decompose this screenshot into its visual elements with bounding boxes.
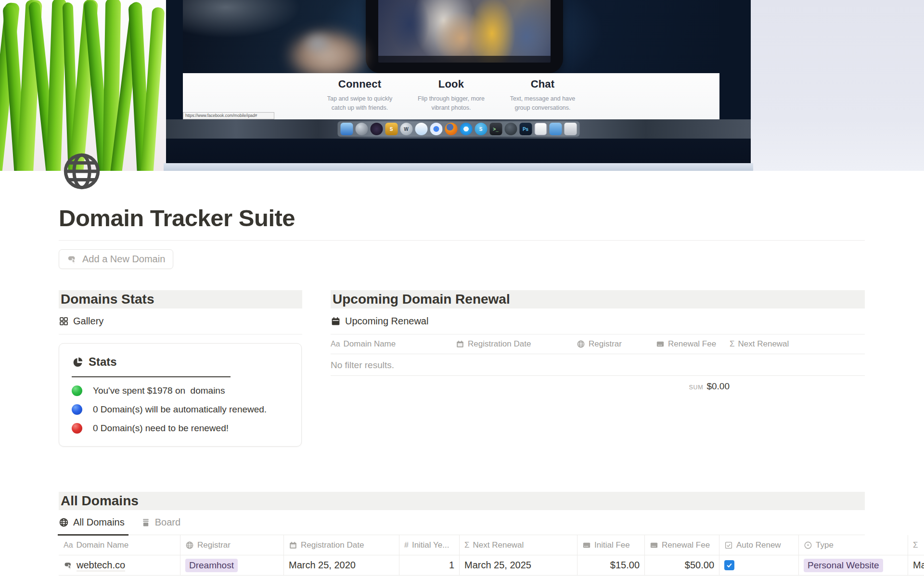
sum-aggregate[interactable]: SUM$0.00 bbox=[656, 381, 730, 392]
column-header-registrar[interactable]: Registrar bbox=[577, 339, 656, 349]
feature-desc: Flip through bigger, more vibrant photos… bbox=[406, 94, 497, 113]
stats-card-divider bbox=[72, 376, 231, 377]
column-header-next-renewal[interactable]: Σ Next Renewal bbox=[460, 535, 578, 555]
column-header-formula[interactable]: Σ bbox=[908, 535, 924, 555]
pages-doc-icon bbox=[534, 123, 547, 135]
skype-icon: S bbox=[475, 123, 487, 135]
auto-renew-checkbox[interactable] bbox=[724, 560, 734, 570]
feature-title: Connect bbox=[314, 78, 406, 90]
tab-board[interactable]: Board bbox=[141, 510, 180, 535]
credit-card-icon bbox=[582, 541, 591, 550]
cell-type[interactable]: Personal Website bbox=[799, 555, 908, 575]
column-header-registration-date[interactable]: Registration Date bbox=[284, 535, 399, 555]
stats-card[interactable]: Stats You've spent $1978 on domains 0 Do… bbox=[59, 343, 302, 447]
sum-label: SUM bbox=[689, 384, 704, 391]
cell-registration-date[interactable]: March 25, 2020 bbox=[284, 555, 399, 575]
cover-dock-icons: S W S >_ Ps bbox=[337, 121, 579, 137]
globe-icon bbox=[185, 541, 194, 550]
checkbox-icon bbox=[724, 541, 733, 550]
tab-gallery-label: Gallery bbox=[73, 316, 103, 327]
cover-wall bbox=[741, 0, 924, 171]
column-header-next-renewal[interactable]: Σ Next Renewal bbox=[730, 339, 865, 349]
add-new-domain-button[interactable]: Add a New Domain bbox=[59, 249, 173, 269]
cloud-app-icon bbox=[415, 123, 427, 135]
column-header-auto-renew[interactable]: Auto Renew bbox=[719, 535, 799, 555]
globe-icon bbox=[59, 517, 69, 527]
column-header-initial-fee[interactable]: Initial Fee bbox=[578, 535, 645, 555]
green-circle-icon bbox=[72, 385, 82, 396]
cell-domain-name[interactable]: webtech.co bbox=[59, 555, 180, 575]
upcoming-sum-row: SUM$0.00 bbox=[331, 376, 865, 397]
pie-chart-icon bbox=[72, 356, 84, 368]
column-header-registrar[interactable]: Registrar bbox=[180, 535, 284, 555]
cell-renewal-fee[interactable]: $50.00 bbox=[645, 555, 719, 575]
cell-registrar[interactable]: Dreamhost bbox=[180, 555, 284, 575]
firefox-icon bbox=[445, 123, 457, 135]
calendar-icon bbox=[331, 316, 341, 326]
column-header-type[interactable]: Type bbox=[799, 535, 908, 555]
domain-table-row: webtech.co Dreamhost March 25, 2020 1 Ma… bbox=[59, 555, 924, 576]
tab-upcoming-renewal-label: Upcoming Renewal bbox=[345, 316, 428, 327]
all-domains-section: All Domains All Domains bbox=[59, 492, 865, 577]
cell-initial-years[interactable]: 1 bbox=[399, 555, 460, 575]
column-header-renewal-fee[interactable]: Renewal Fee bbox=[645, 535, 719, 555]
globe-icon bbox=[577, 340, 585, 348]
launchpad-icon bbox=[355, 123, 368, 135]
trash-icon bbox=[564, 123, 577, 135]
page-cover: Connect Tap and swipe to quickly catch u… bbox=[0, 0, 924, 171]
cover-monitor-base bbox=[166, 139, 751, 163]
domains-stats-header: Domains Stats bbox=[59, 290, 302, 308]
column-header-initial-years[interactable]: # Initial Ye... bbox=[399, 535, 460, 555]
column-header-domain-name[interactable]: Aa Domain Name bbox=[331, 339, 456, 349]
calendar-icon bbox=[456, 340, 464, 348]
feature-title: Look bbox=[406, 78, 497, 90]
cover-plant-area bbox=[0, 0, 168, 171]
gallery-grid-icon bbox=[59, 316, 69, 326]
column-header-renewal-fee[interactable]: Renewal Fee bbox=[656, 339, 730, 349]
tab-gallery[interactable]: Gallery bbox=[59, 308, 302, 334]
cover-url-tooltip: https://www.facebook.com/mobile/ipad# bbox=[183, 112, 274, 119]
finder-icon bbox=[340, 123, 353, 135]
calendar-icon bbox=[289, 541, 297, 550]
eclipse-icon bbox=[370, 123, 383, 135]
feature-chat: Chat Text, message and have group conver… bbox=[497, 78, 589, 119]
stat-item-need-renew: 0 Domain(s) need to be renewed! bbox=[72, 423, 289, 434]
cell-initial-fee[interactable]: $15.00 bbox=[578, 555, 645, 575]
tab-all-domains[interactable]: All Domains bbox=[59, 510, 125, 535]
stat-text: 0 Domain(s) need to be renewed! bbox=[93, 423, 229, 434]
cell-auto-renew bbox=[719, 555, 799, 575]
credit-card-icon bbox=[650, 541, 658, 550]
cell-next-renewal[interactable]: March 25, 2025 bbox=[460, 555, 578, 575]
sublime-icon: S bbox=[385, 123, 398, 135]
cover-ipad bbox=[366, 0, 563, 73]
sigma-icon: Σ bbox=[464, 540, 470, 550]
stat-item-auto-renew: 0 Domain(s) will be automatically renewe… bbox=[72, 404, 289, 415]
credit-card-icon bbox=[656, 340, 665, 348]
column-header-domain-name[interactable]: Aa Domain Name bbox=[59, 535, 180, 555]
chrome-icon bbox=[430, 123, 442, 135]
sigma-icon: Σ bbox=[913, 540, 918, 550]
cell-formula[interactable]: Ma bbox=[908, 555, 924, 575]
domains-stats-section: Domains Stats Gallery bbox=[59, 290, 302, 447]
upcoming-renewal-header: Upcoming Domain Renewal bbox=[331, 290, 865, 308]
upcoming-renewal-section: Upcoming Domain Renewal Upcoming Renewal… bbox=[331, 290, 865, 397]
tab-upcoming-renewal[interactable]: Upcoming Renewal bbox=[331, 308, 865, 334]
blue-circle-icon bbox=[72, 404, 82, 415]
column-header-registration-date[interactable]: Registration Date bbox=[456, 339, 577, 349]
page-title: Domain Tracker Suite bbox=[59, 205, 865, 231]
tab-all-domains-label: All Domains bbox=[73, 517, 125, 528]
cover-desk bbox=[164, 163, 753, 171]
red-circle-icon bbox=[72, 423, 82, 434]
type-tag[interactable]: Personal Website bbox=[804, 559, 883, 572]
safari-icon bbox=[460, 123, 472, 135]
cursor-click-icon bbox=[67, 254, 77, 265]
cover-ipad-photo bbox=[378, 0, 551, 63]
domain-page-link[interactable]: webtech.co bbox=[77, 560, 125, 571]
aa-icon: Aa bbox=[331, 340, 340, 348]
terminal-icon: >_ bbox=[489, 123, 502, 135]
registrar-tag[interactable]: Dreamhost bbox=[185, 559, 238, 572]
stats-card-title: Stats bbox=[89, 355, 117, 369]
select-icon bbox=[804, 541, 812, 550]
globe-icon[interactable] bbox=[61, 150, 103, 192]
cover-dock: S W S >_ Ps bbox=[166, 119, 751, 139]
